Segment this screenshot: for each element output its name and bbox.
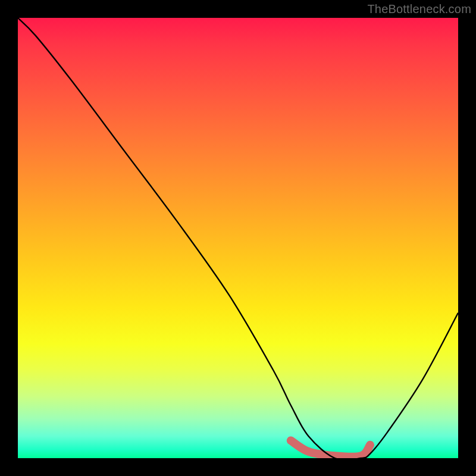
curve-svg <box>18 18 458 458</box>
bottleneck-curve-path <box>18 18 458 458</box>
watermark-text: TheBottleneck.com <box>367 2 471 16</box>
chart-frame: TheBottleneck.com <box>0 0 476 476</box>
plot-area <box>18 18 458 458</box>
ideal-band-path <box>291 440 370 457</box>
